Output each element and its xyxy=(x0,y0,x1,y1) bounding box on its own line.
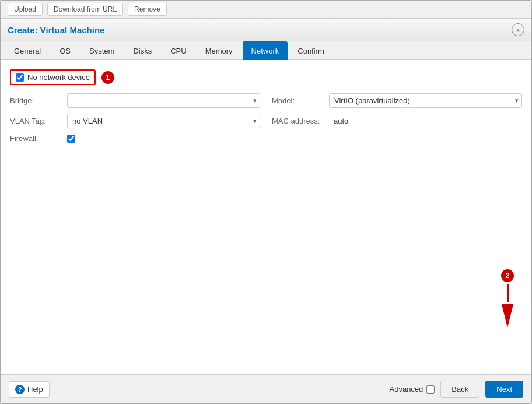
tab-confirm[interactable]: Confirm xyxy=(289,41,333,60)
tab-disks[interactable]: Disks xyxy=(124,41,160,60)
mac-label: MAC address: xyxy=(272,117,324,125)
model-select[interactable]: VirtIO (paravirtualized) xyxy=(329,93,522,108)
vlan-select[interactable]: no VLAN xyxy=(67,114,260,128)
dialog-footer: ? Help Advanced Back Next xyxy=(1,374,531,403)
bridge-select[interactable] xyxy=(67,93,260,108)
vlan-label: VLAN Tag: xyxy=(10,117,62,125)
tab-network[interactable]: Network xyxy=(243,41,288,60)
tab-memory[interactable]: Memory xyxy=(197,41,242,60)
upload-button[interactable]: Upload xyxy=(8,3,43,16)
vlan-row: VLAN Tag: no VLAN xyxy=(10,114,260,128)
model-select-wrapper: VirtIO (paravirtualized) xyxy=(329,93,522,108)
tab-system[interactable]: System xyxy=(80,41,123,60)
remove-button[interactable]: Remove xyxy=(128,3,167,16)
tab-general[interactable]: General xyxy=(5,41,50,60)
firewall-label: Firewall: xyxy=(10,134,62,143)
vlan-select-wrapper: no VLAN xyxy=(67,114,260,128)
dialog-header: Create: Virtual Machine × xyxy=(1,19,531,41)
footer-left: ? Help xyxy=(9,381,50,398)
mac-value: auto xyxy=(329,114,522,128)
no-network-checkbox[interactable] xyxy=(16,73,24,82)
no-network-row: No network device 1 xyxy=(10,69,522,85)
mac-row: MAC address: auto xyxy=(272,114,522,128)
firewall-row: Firewall: xyxy=(10,134,260,143)
help-icon: ? xyxy=(15,385,24,394)
close-button[interactable]: × xyxy=(512,23,524,36)
advanced-label: Advanced xyxy=(390,385,424,394)
step-badge-1: 1 xyxy=(102,71,114,84)
dialog-title: Create: Virtual Machine xyxy=(8,25,104,35)
arrow-head xyxy=(502,304,513,328)
step2-annotation: 2 xyxy=(501,269,514,328)
tab-cpu[interactable]: CPU xyxy=(162,41,195,60)
arrow-stem xyxy=(507,284,509,302)
tab-bar: General OS System Disks CPU Memory Netwo… xyxy=(1,41,531,60)
model-label: Model: xyxy=(272,96,324,105)
bridge-label: Bridge: xyxy=(10,96,62,105)
step-badge-2: 2 xyxy=(501,269,514,282)
bridge-select-wrapper xyxy=(67,93,260,108)
next-button[interactable]: Next xyxy=(485,381,523,398)
help-label: Help xyxy=(27,385,43,394)
create-vm-dialog: Upload Download from URL Remove Create: … xyxy=(0,0,532,404)
back-button[interactable]: Back xyxy=(440,381,480,398)
advanced-row: Advanced xyxy=(390,385,435,394)
dialog-body: No network device 1 Bridge: Model: xyxy=(1,60,531,374)
advanced-checkbox[interactable] xyxy=(426,385,435,394)
help-button[interactable]: ? Help xyxy=(9,381,50,398)
download-from-url-button[interactable]: Download from URL xyxy=(47,3,123,16)
tab-os[interactable]: OS xyxy=(51,41,79,60)
no-network-checkbox-wrapper: No network device xyxy=(10,69,96,85)
top-bar: Upload Download from URL Remove xyxy=(1,1,531,19)
bridge-row: Bridge: xyxy=(10,93,260,108)
footer-right: Advanced Back Next xyxy=(390,381,523,398)
firewall-checkbox[interactable] xyxy=(67,135,75,143)
network-form: Bridge: Model: VirtIO (paravirtualized) xyxy=(10,93,522,143)
no-network-label: No network device xyxy=(27,73,90,82)
model-row: Model: VirtIO (paravirtualized) xyxy=(272,93,522,108)
